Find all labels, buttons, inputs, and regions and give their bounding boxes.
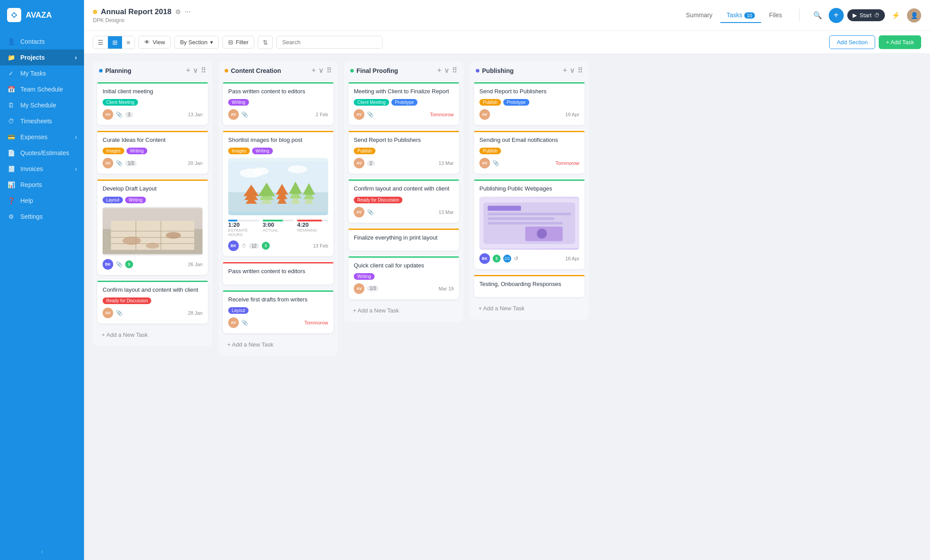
card-cc3[interactable]: Pass written content to editors <box>223 261 333 284</box>
chevron-icon[interactable]: ∨ <box>444 66 449 75</box>
start-button[interactable]: ▶ Start ⏱ <box>847 9 885 21</box>
card-date-cc2: 13 Feb <box>313 243 328 248</box>
card-pb1[interactable]: Send Report to PublishersPublishPrototyp… <box>474 81 585 125</box>
sidebar-item-settings[interactable]: ⚙ Settings <box>0 209 84 225</box>
card-footer-fp1: AV📎Tommorow <box>354 109 454 120</box>
by-section-dropdown[interactable]: By Section ▾ <box>174 36 219 49</box>
more-icon[interactable]: ⋯ <box>184 8 191 15</box>
view-label: View <box>153 39 165 46</box>
sidebar-item-my-schedule[interactable]: 🗓 My Schedule <box>0 97 84 113</box>
board-view-btn[interactable]: ⊞ <box>108 36 122 49</box>
add-task-button[interactable]: + Add Task <box>879 35 921 49</box>
column-title-content-creation: Content Creation <box>231 67 281 74</box>
card-date-pb1: 19 Apr <box>565 112 579 117</box>
column-header-publishing: Publishing + ∨ ⠿ <box>470 61 589 78</box>
drag-icon[interactable]: ⠿ <box>201 66 206 75</box>
card-avatar-c4: AV <box>103 308 113 318</box>
header-nav-summary[interactable]: Summary <box>680 8 719 23</box>
card-cc2[interactable]: Shortlist images for blog postImagesWrit… <box>223 130 333 256</box>
add-icon[interactable]: + <box>312 66 316 75</box>
card-top-bar-fp5 <box>348 256 459 258</box>
user-avatar[interactable]: 👤 <box>907 8 921 23</box>
card-fp1[interactable]: Meeting with Client to Finalize ReportCl… <box>348 81 459 125</box>
chevron-icon[interactable]: ∨ <box>193 66 198 75</box>
card-tags-c1: Client Meeting <box>103 99 203 106</box>
list-view-btn[interactable]: ☰ <box>93 36 108 49</box>
filter-btn[interactable]: ⊟ Filter <box>222 36 254 49</box>
card-avatar-c1: AV <box>103 109 113 120</box>
drag-icon[interactable]: ⠿ <box>326 66 332 75</box>
gear-icon[interactable]: ⚙ <box>175 8 181 15</box>
card-pb4[interactable]: Testing, Onboarding Responses <box>474 274 585 297</box>
drag-icon[interactable]: ⠿ <box>452 66 457 75</box>
add-task-row-content-creation[interactable]: + Add a New Task <box>223 338 333 351</box>
drag-icon[interactable]: ⠿ <box>578 66 583 75</box>
table-view-btn[interactable]: ≡ <box>122 36 134 49</box>
chevron-icon[interactable]: ∨ <box>570 66 575 75</box>
sidebar-item-contacts[interactable]: 👤 Contacts <box>0 34 84 50</box>
card-pb3[interactable]: Publishing Public Webpages BK$2/2↺18 Apr <box>474 178 585 269</box>
card-title-fp5: Quick client call for updates <box>354 262 454 270</box>
sidebar-item-expenses[interactable]: 💳 Expenses › <box>0 129 84 145</box>
search-icon[interactable]: 🔍 <box>810 8 825 23</box>
nav-label-expenses: Expenses <box>20 133 47 141</box>
column-publishing: Publishing + ∨ ⠿ Send Report to Publishe… <box>470 61 589 320</box>
add-icon[interactable]: + <box>563 66 567 75</box>
sidebar-item-quotes[interactable]: 📄 Quotes/Estimates <box>0 145 84 161</box>
sidebar-logo[interactable]: AVAZA <box>0 0 84 30</box>
card-avatar-fp1: AV <box>354 109 364 120</box>
add-task-row-final-proofing[interactable]: + Add a New Task <box>348 304 459 317</box>
lightning-icon[interactable]: ⚡ <box>888 8 903 23</box>
card-footer-c2: AV📎1/320 Jan <box>103 158 203 168</box>
tag-c2: Writing <box>126 148 147 154</box>
column-dot-planning <box>99 69 103 72</box>
add-task-row-planning[interactable]: + Add a New Task <box>97 328 208 342</box>
comment-count: 3 <box>125 112 133 118</box>
card-fp4[interactable]: Finalize everything in print layout <box>348 227 459 251</box>
add-task-row-publishing[interactable]: + Add a New Task <box>474 301 585 315</box>
search-input[interactable] <box>276 36 383 49</box>
nav-label-projects: Projects <box>20 54 45 61</box>
card-footer-fp5: AV1/3Mar 19 <box>354 283 454 294</box>
add-icon[interactable]: + <box>437 66 441 75</box>
card-avatar-pb3: BK <box>479 253 490 264</box>
card-fp5[interactable]: Quick client call for updatesWritingAV1/… <box>348 255 459 299</box>
sidebar-collapse[interactable]: ‹ <box>0 543 84 560</box>
column-dot-content-creation <box>225 69 228 72</box>
card-fp2[interactable]: Send Report to PublishersPublishAV213 Ma… <box>348 130 459 174</box>
card-c1[interactable]: Initial client meetingClient MeetingAV📎3… <box>97 81 208 125</box>
card-c3[interactable]: Develop Draft LayoutLayoutWriting <box>97 178 208 274</box>
sidebar-item-team-schedule[interactable]: 📅 Team Schedule <box>0 81 84 97</box>
sidebar-item-reports[interactable]: 📊 Reports <box>0 177 84 193</box>
card-pb2[interactable]: Sending out Email notificationsPublishAV… <box>474 130 585 174</box>
sidebar-item-projects[interactable]: 📁 Projects › <box>0 50 84 65</box>
add-button[interactable]: + <box>829 8 844 23</box>
chevron-right-icon: › <box>75 165 77 172</box>
header-nav-files[interactable]: Files <box>763 8 788 23</box>
toolbar-right: Add Section + Add Task <box>829 35 921 49</box>
card-title-pb2: Sending out Email notifications <box>479 136 579 144</box>
sidebar-item-my-tasks[interactable]: ✓ My Tasks <box>0 65 84 81</box>
add-icon[interactable]: + <box>186 66 190 75</box>
card-c2[interactable]: Curate Ideas for ContentImagesWritingAV📎… <box>97 130 208 174</box>
card-cc4[interactable]: Receive first drafts from writersLayoutA… <box>223 289 333 333</box>
header-divider <box>799 9 800 22</box>
sidebar: AVAZA 👤 Contacts 📁 Projects ›✓ My Tasks … <box>0 0 84 560</box>
card-title-c4: Confirm layout and content with client <box>103 286 203 294</box>
sort-btn[interactable]: ⇅ <box>258 36 273 49</box>
add-section-button[interactable]: Add Section <box>829 35 875 49</box>
sidebar-item-help[interactable]: ❓ Help <box>0 193 84 209</box>
card-avatar-cc1: AV <box>228 109 239 120</box>
card-c4[interactable]: Confirm layout and content with clientRe… <box>97 279 208 324</box>
chevron-right-icon: › <box>75 54 77 61</box>
card-fp3[interactable]: Confirm layout and content with clientRe… <box>348 178 459 222</box>
sidebar-item-invoices[interactable]: 🧾 Invoices › <box>0 161 84 177</box>
view-selector[interactable]: 👁 View <box>138 36 171 49</box>
chevron-icon[interactable]: ∨ <box>318 66 324 75</box>
card-title-cc2: Shortlist images for blog post <box>228 136 328 144</box>
attachment-icon: 📎 <box>241 320 248 326</box>
sidebar-item-timesheets[interactable]: ⏱ Timesheets <box>0 113 84 129</box>
header-nav-tasks[interactable]: Tasks10 <box>720 8 761 23</box>
card-cc1[interactable]: Pass written content to editorsWritingAV… <box>223 81 333 125</box>
svg-rect-36 <box>488 217 555 220</box>
